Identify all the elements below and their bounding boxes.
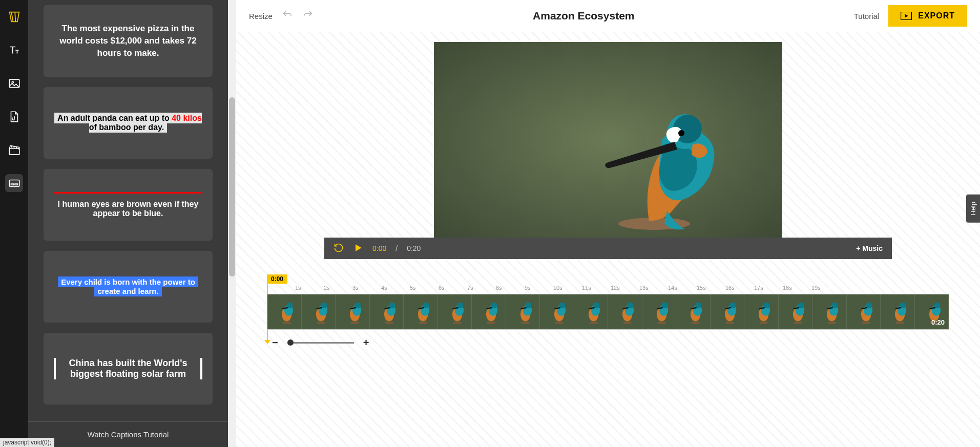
watch-tutorial-link[interactable]: Watch Captions Tutorial <box>28 421 228 447</box>
tick: 1s <box>295 285 324 291</box>
svg-rect-91 <box>794 322 802 324</box>
clip-frame[interactable] <box>472 294 506 329</box>
rewind-icon[interactable] <box>333 243 344 254</box>
clip-frame[interactable] <box>336 294 370 329</box>
status-bar: javascript:void(0); <box>0 438 54 447</box>
clip-frame[interactable] <box>642 294 677 329</box>
panel-scrollbar[interactable] <box>228 0 236 447</box>
clip-frame[interactable] <box>779 294 813 329</box>
zoom-in-icon[interactable]: + <box>363 337 369 349</box>
caption-preview-text: China has built the World's biggest floa… <box>54 358 202 379</box>
main-area: Resize Amazon Ecosystem Tutorial EXPORT <box>236 0 980 447</box>
timeline-clips[interactable]: 0:20 <box>267 294 949 330</box>
svg-rect-86 <box>760 322 768 324</box>
tick: 15s <box>697 285 725 291</box>
clip-frame[interactable] <box>711 294 745 329</box>
svg-rect-41 <box>453 322 461 324</box>
svg-rect-76 <box>692 322 700 324</box>
svg-rect-31 <box>385 322 393 324</box>
svg-rect-56 <box>555 322 564 324</box>
clip-frame[interactable] <box>540 294 574 329</box>
undo-icon[interactable] <box>282 9 293 23</box>
tick: 7s <box>467 285 496 291</box>
caption-style-card[interactable]: China has built the World's biggest floa… <box>44 333 213 405</box>
topbar: Resize Amazon Ecosystem Tutorial EXPORT <box>236 0 980 32</box>
captions-list[interactable]: The most expensive pizza in the world co… <box>28 0 228 421</box>
svg-rect-36 <box>419 322 427 324</box>
svg-rect-71 <box>657 322 665 324</box>
caption-style-card[interactable]: An adult panda can eat up to 40 kilos of… <box>44 87 213 159</box>
clip-frame[interactable] <box>744 294 779 329</box>
clip-frame[interactable] <box>676 294 711 329</box>
tick: 8s <box>496 285 525 291</box>
tick: 4s <box>381 285 410 291</box>
logo-icon[interactable] <box>5 8 23 26</box>
text-tool-icon[interactable] <box>5 41 23 59</box>
tutorial-link[interactable]: Tutorial <box>854 12 879 20</box>
clip-frame[interactable] <box>881 294 915 329</box>
svg-rect-4 <box>11 184 13 185</box>
svg-rect-61 <box>589 322 597 324</box>
caption-style-card[interactable]: Every child is born with the power to cr… <box>44 251 213 323</box>
timeline-ticks: 1s2s3s4s5s6s7s8s9s10s11s12s13s14s15s16s1… <box>295 285 949 291</box>
svg-rect-106 <box>896 322 904 324</box>
tick: 9s <box>525 285 553 291</box>
tick: 12s <box>611 285 639 291</box>
tick: 16s <box>725 285 754 291</box>
playhead-label: 0:00 <box>267 274 287 284</box>
scrollbar-thumb[interactable] <box>229 97 235 276</box>
redo-icon[interactable] <box>302 9 314 23</box>
caption-preview-text: The most expensive pizza in the world co… <box>54 23 202 59</box>
caption-preview-text: l human eyes are brown even if they appe… <box>54 192 202 218</box>
clip-frame[interactable] <box>812 294 847 329</box>
caption-preview-text: An adult panda can eat up to 40 kilos of… <box>54 114 202 132</box>
svg-rect-16 <box>283 322 291 324</box>
export-button[interactable]: EXPORT <box>888 5 967 27</box>
svg-rect-2 <box>9 148 19 154</box>
add-music-button[interactable]: + Music <box>856 244 883 252</box>
tick: 3s <box>352 285 381 291</box>
audio-tool-icon[interactable] <box>5 108 23 125</box>
svg-point-11 <box>678 130 684 136</box>
svg-rect-66 <box>623 322 632 324</box>
resize-button[interactable]: Resize <box>249 12 273 20</box>
clip-frame[interactable] <box>574 294 609 329</box>
tick: 19s <box>811 285 840 291</box>
captions-panel: The most expensive pizza in the world co… <box>28 0 228 447</box>
svg-rect-7 <box>434 42 782 238</box>
svg-rect-26 <box>351 322 359 324</box>
caption-style-card[interactable]: l human eyes are brown even if they appe… <box>44 169 213 241</box>
clip-duration: 0:20 <box>931 318 945 326</box>
tick: 14s <box>668 285 697 291</box>
svg-rect-81 <box>725 322 734 324</box>
clip-frame[interactable] <box>847 294 881 329</box>
time-current: 0:00 <box>372 244 386 252</box>
clip-frame[interactable] <box>438 294 472 329</box>
svg-rect-3 <box>9 180 19 186</box>
help-tab[interactable]: Help <box>966 195 980 223</box>
tick: 2s <box>324 285 352 291</box>
preview-image <box>434 42 782 238</box>
caption-style-card[interactable]: The most expensive pizza in the world co… <box>44 5 213 77</box>
clip-frame[interactable] <box>370 294 404 329</box>
zoom-control: − + <box>272 337 949 349</box>
clip-frame[interactable] <box>267 294 302 329</box>
tick: 17s <box>754 285 783 291</box>
scene-tool-icon[interactable] <box>5 141 23 159</box>
clip-frame[interactable] <box>302 294 336 329</box>
sidebar-rail: CAPTIONS <box>0 0 28 447</box>
clip-frame[interactable] <box>608 294 642 329</box>
project-title[interactable]: Amazon Ecosystem <box>323 10 845 22</box>
image-tool-icon[interactable] <box>5 74 23 92</box>
clip-frame[interactable] <box>404 294 438 329</box>
svg-rect-46 <box>487 322 495 324</box>
captions-tool-icon[interactable]: CAPTIONS <box>5 174 23 192</box>
clip-frame[interactable] <box>506 294 540 329</box>
svg-rect-21 <box>317 322 325 324</box>
tick: 11s <box>582 285 611 291</box>
video-preview[interactable] <box>434 42 782 238</box>
tick: 6s <box>439 285 467 291</box>
tick: 13s <box>639 285 668 291</box>
zoom-slider[interactable] <box>287 342 354 344</box>
play-icon[interactable] <box>353 243 363 254</box>
